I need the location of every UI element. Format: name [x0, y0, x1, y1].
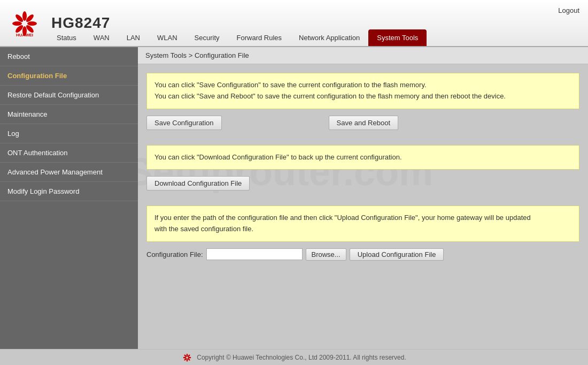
nav-wan[interactable]: WAN [85, 29, 118, 46]
config-file-label: Configuration File: [146, 250, 203, 258]
sidebar-item-maintenance[interactable]: Maintenance [0, 105, 138, 124]
nav-status[interactable]: Status [48, 29, 85, 46]
config-file-input[interactable] [206, 248, 303, 260]
svg-point-11 [188, 356, 191, 358]
logout-button[interactable]: Logout [558, 6, 579, 14]
upload-info-line1: If you enter the path of the configurati… [154, 212, 571, 224]
sidebar-item-ont-auth[interactable]: ONT Authentication [0, 143, 138, 163]
save-button-row: Save Configuration Save and Reboot [146, 116, 579, 138]
nav-forward-rules[interactable]: Forward Rules [228, 29, 291, 46]
upload-configuration-button[interactable]: Upload Configuration File [350, 248, 444, 261]
save-info-line1: You can click "Save Configuration" to sa… [154, 80, 571, 91]
download-info-text: You can click "Download Configuration Fi… [154, 152, 571, 163]
nav-wlan[interactable]: WLAN [149, 29, 186, 46]
sidebar-item-reboot[interactable]: Reboot [0, 47, 138, 66]
header: HUAWEI HG8247 Logout Status WAN LAN WLAN… [0, 0, 588, 47]
save-info-line2: You can click "Save and Reboot" to save … [154, 91, 571, 102]
save-configuration-button[interactable]: Save Configuration [146, 116, 222, 130]
sidebar-item-restore-default[interactable]: Restore Default Configuration [0, 86, 138, 105]
main-navigation: Status WAN LAN WLAN Security Forward Rul… [48, 29, 427, 46]
nav-lan[interactable]: LAN [118, 29, 149, 46]
sidebar-item-advanced-power[interactable]: Advanced Power Management [0, 163, 138, 182]
download-configuration-button[interactable]: Download Configuration File [146, 176, 250, 191]
nav-system-tools[interactable]: System Tools [368, 29, 427, 46]
sidebar: Reboot Configuration File Restore Defaul… [0, 47, 138, 349]
upload-row: Configuration File: Browse... Upload Con… [146, 248, 579, 261]
main-layout: Reboot Configuration File Restore Defaul… [0, 47, 588, 349]
upload-info-line2: with the saved configuration file. [154, 224, 571, 235]
sidebar-item-log[interactable]: Log [0, 124, 138, 143]
logo-area: HUAWEI [9, 9, 41, 38]
svg-point-9 [187, 353, 188, 356]
browse-button[interactable]: Browse... [306, 248, 346, 261]
upload-info-box: If you enter the path of the configurati… [146, 206, 579, 242]
svg-point-2 [27, 21, 37, 26]
svg-point-13 [187, 358, 188, 361]
content-inner: Setuprouter.com You can click "Save Conf… [138, 64, 588, 269]
footer-copyright: Copyright © Huawei Technologies Co., Ltd… [197, 354, 406, 361]
footer: Copyright © Huawei Technologies Co., Ltd… [0, 349, 588, 365]
sidebar-item-configuration-file[interactable]: Configuration File [0, 66, 138, 86]
download-button-row: Download Configuration File [146, 176, 579, 198]
nav-security[interactable]: Security [186, 29, 228, 46]
footer-huawei-logo [182, 353, 192, 362]
save-and-reboot-button[interactable]: Save and Reboot [329, 116, 398, 130]
svg-point-15 [183, 356, 187, 358]
svg-point-6 [12, 21, 22, 26]
content-area: System Tools > Configuration File Setupr… [138, 47, 588, 349]
sidebar-item-modify-login[interactable]: Modify Login Password [0, 182, 138, 201]
nav-network-application[interactable]: Network Application [290, 29, 368, 46]
breadcrumb: System Tools > Configuration File [138, 47, 588, 64]
save-info-box: You can click "Save Configuration" to sa… [146, 73, 579, 109]
svg-point-0 [22, 11, 27, 21]
download-info-box: You can click "Download Configuration Fi… [146, 145, 579, 170]
huawei-logo: HUAWEI [9, 9, 41, 38]
svg-text:HUAWEI: HUAWEI [16, 33, 33, 37]
